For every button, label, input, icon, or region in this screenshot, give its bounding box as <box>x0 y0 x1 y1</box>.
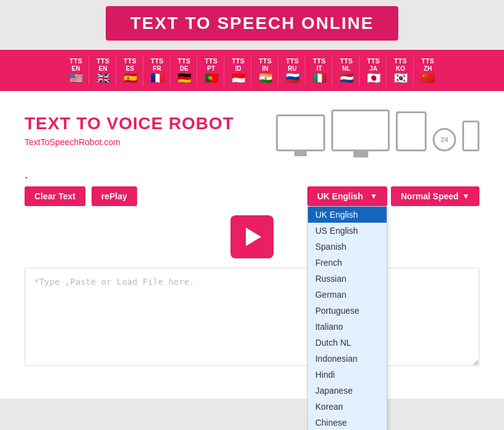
flag-icon: 🇪🇸 <box>124 73 137 84</box>
language-dropdown-item[interactable]: Hindi <box>308 367 387 383</box>
tts-label: TTS <box>69 57 82 65</box>
flag-icon: 🇰🇷 <box>394 73 408 84</box>
flag-icon: 🇫🇷 <box>151 73 164 84</box>
language-dropdown-item[interactable]: Korean <box>308 399 387 415</box>
language-dropdown-item[interactable]: Italiano <box>308 319 387 335</box>
text-input[interactable] <box>25 268 479 366</box>
tts-label: TTS <box>259 57 272 65</box>
language-dropdown-item[interactable]: German <box>308 287 387 303</box>
phone-icon <box>462 121 479 151</box>
flag-icon: 🇩🇪 <box>178 73 191 84</box>
language-dropdown-item[interactable]: UK English <box>308 207 387 223</box>
language-dropdown-item[interactable]: French <box>308 255 387 271</box>
tts-nav-bar: TTS EN 🇺🇸 TTS EN 🇬🇧 TTS ES 🇪🇸 TTS FR 🇫🇷 … <box>0 50 504 91</box>
language-dropdown-arrow: ▼ <box>370 192 377 201</box>
tts-nav-item-in-7[interactable]: TTS IN 🇮🇳 <box>253 55 278 86</box>
flag-icon: 🇮🇳 <box>259 73 272 84</box>
language-dropdown-item[interactable]: Indonesian <box>308 351 387 367</box>
flag-icon: 🇷🇺 <box>286 73 299 84</box>
tts-nav-item-fr-3[interactable]: TTS FR 🇫🇷 <box>144 55 170 86</box>
clear-text-button[interactable]: Clear Text <box>25 186 85 206</box>
language-dropdown-list: UK EnglishUS EnglishSpanishFrenchRussian… <box>307 206 387 430</box>
header-banner: TEXT TO SPEECH ONLINE <box>0 0 504 50</box>
device-icons: 24 <box>276 109 479 151</box>
tts-nav-item-en-0[interactable]: TTS EN 🇺🇸 <box>63 55 89 86</box>
flag-icon: 🇮🇩 <box>232 73 245 84</box>
tts-nav-item-pt-5[interactable]: TTS PT 🇵🇹 <box>199 55 224 86</box>
hero-text: TEXT TO VOICE ROBOT TextToSpeechRobot.co… <box>25 114 234 147</box>
language-dropdown-item[interactable]: Chinese <box>308 415 387 430</box>
header-title-box: TEXT TO SPEECH ONLINE <box>106 6 398 41</box>
tts-nav-item-ru-8[interactable]: TTS RU 🇷🇺 <box>280 55 305 86</box>
language-dropdown-item[interactable]: US English <box>308 223 387 239</box>
tts-label: TTS <box>151 57 163 65</box>
language-dropdown-item[interactable]: Dutch NL <box>308 335 387 351</box>
tts-nav-inner: TTS EN 🇺🇸 TTS EN 🇬🇧 TTS ES 🇪🇸 TTS FR 🇫🇷 … <box>63 55 441 86</box>
header-title: TEXT TO SPEECH ONLINE <box>130 14 374 33</box>
tts-nav-item-zh-13[interactable]: TTS ZH 🇨🇳 <box>415 55 441 86</box>
tablet-icon <box>396 111 427 151</box>
flag-icon: 🇨🇳 <box>421 73 435 84</box>
flag-icon: 🇮🇹 <box>313 73 326 84</box>
replay-button[interactable]: rePlay <box>92 186 137 206</box>
tts-label: TTS <box>367 57 380 65</box>
tts-nav-item-it-9[interactable]: TTS IT 🇮🇹 <box>307 55 333 86</box>
tts-label: TTS <box>340 57 353 65</box>
tts-label: TTS <box>286 57 299 65</box>
tts-label: TTS <box>124 57 136 65</box>
flag-icon: 🇯🇵 <box>367 73 380 84</box>
tts-nav-item-ja-11[interactable]: TTS JA 🇯🇵 <box>361 55 387 86</box>
hero-section: TEXT TO VOICE ROBOT TextToSpeechRobot.co… <box>25 109 479 151</box>
tts-label: TTS <box>96 57 109 65</box>
tts-nav-item-en-1[interactable]: TTS EN 🇬🇧 <box>90 55 116 86</box>
speed-selected-label: Normal Speed <box>401 191 459 201</box>
language-selected-label: UK English <box>317 191 363 201</box>
dropdown-area: UK English ▼ UK EnglishUS EnglishSpanish… <box>307 186 479 206</box>
tts-label: TTS <box>422 57 435 65</box>
play-button[interactable] <box>230 215 274 258</box>
smartwatch-icon: 24 <box>433 128 456 151</box>
tts-nav-item-nl-10[interactable]: TTS NL 🇳🇱 <box>334 55 360 86</box>
tts-nav-item-es-2[interactable]: TTS ES 🇪🇸 <box>117 55 143 86</box>
tts-label: TTS <box>313 57 326 65</box>
tv-icon <box>331 109 390 151</box>
flag-icon: 🇵🇹 <box>205 73 218 84</box>
flag-icon: 🇺🇸 <box>69 73 83 84</box>
main-content: TEXT TO VOICE ROBOT TextToSpeechRobot.co… <box>0 91 504 399</box>
controls-row: Clear Text rePlay UK English ▼ UK Englis… <box>25 186 479 206</box>
page-title: TEXT TO VOICE ROBOT <box>25 114 234 133</box>
language-dropdown-item[interactable]: Spanish <box>308 239 387 255</box>
monitor-icon <box>276 114 325 151</box>
tts-label: TTS <box>232 57 245 65</box>
small-dot: · <box>25 170 479 184</box>
language-selector-wrapper: UK English ▼ UK EnglishUS EnglishSpanish… <box>307 186 387 206</box>
language-dropdown-item[interactable]: Portuguese <box>308 303 387 319</box>
play-button-container <box>25 215 479 258</box>
language-dropdown-item[interactable]: Russian <box>308 271 387 287</box>
flag-icon: 🇬🇧 <box>96 73 110 84</box>
tts-label: TTS <box>178 57 191 65</box>
speed-select-button[interactable]: Normal Speed ▼ <box>391 186 479 206</box>
tts-label: TTS <box>394 57 407 65</box>
subtitle: TextToSpeechRobot.com <box>25 137 234 147</box>
tts-nav-item-de-4[interactable]: TTS DE 🇩🇪 <box>171 55 197 86</box>
speed-dropdown-arrow: ▼ <box>462 192 470 201</box>
tts-nav-item-id-6[interactable]: TTS ID 🇮🇩 <box>226 55 251 86</box>
language-select-button[interactable]: UK English ▼ <box>307 186 387 206</box>
flag-icon: 🇳🇱 <box>340 73 353 84</box>
tts-label: TTS <box>205 57 218 65</box>
language-dropdown-item[interactable]: Japanese <box>308 383 387 399</box>
tts-nav-item-ko-12[interactable]: TTS KO 🇰🇷 <box>388 55 414 86</box>
